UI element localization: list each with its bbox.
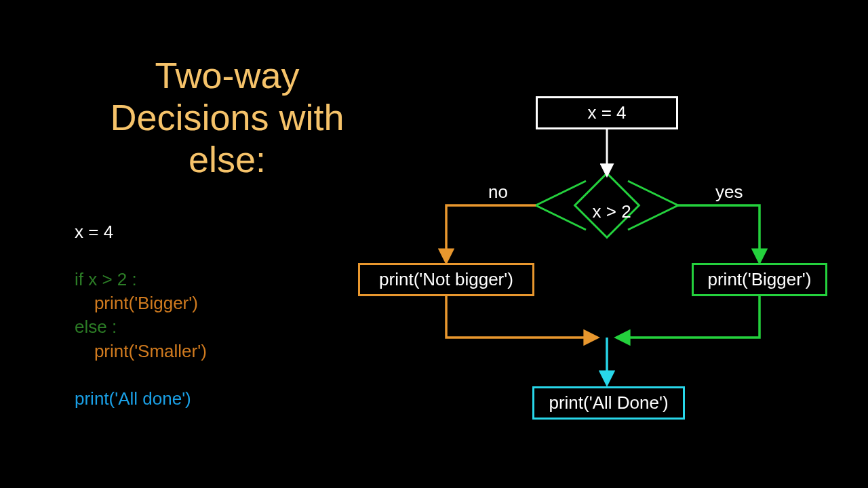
flow-end-text: print('All Done') xyxy=(549,392,668,413)
title-text: Two-way Decisions with else: xyxy=(110,55,344,180)
flow-no-text: print('Not bigger') xyxy=(379,269,513,289)
flow-end-box: print('All Done') xyxy=(532,386,685,420)
flow-yes-text: print('Bigger') xyxy=(708,269,812,289)
code-line-4: else : xyxy=(75,317,117,337)
code-line-1: x = 4 xyxy=(75,222,113,242)
flow-no-box: print('Not bigger') xyxy=(358,263,534,296)
code-block: x = 4 if x > 2 : print('Bigger') else : … xyxy=(75,197,207,411)
flow-decision: x > 2 xyxy=(574,172,641,239)
code-line-5: print('Smaller') xyxy=(75,341,207,361)
slide-title: Two-way Decisions with else: xyxy=(75,54,380,180)
no-label: no xyxy=(488,182,508,203)
code-line-2: if x > 2 : xyxy=(75,269,137,289)
code-line-6: print('All done') xyxy=(75,388,191,409)
flow-decision-text: x > 2 xyxy=(588,186,635,220)
flow-start-box: x = 4 xyxy=(536,96,678,129)
yes-label: yes xyxy=(715,182,743,203)
code-line-3: print('Bigger') xyxy=(75,293,198,313)
flow-yes-box: print('Bigger') xyxy=(692,263,827,296)
flow-start-text: x = 4 xyxy=(587,102,626,123)
